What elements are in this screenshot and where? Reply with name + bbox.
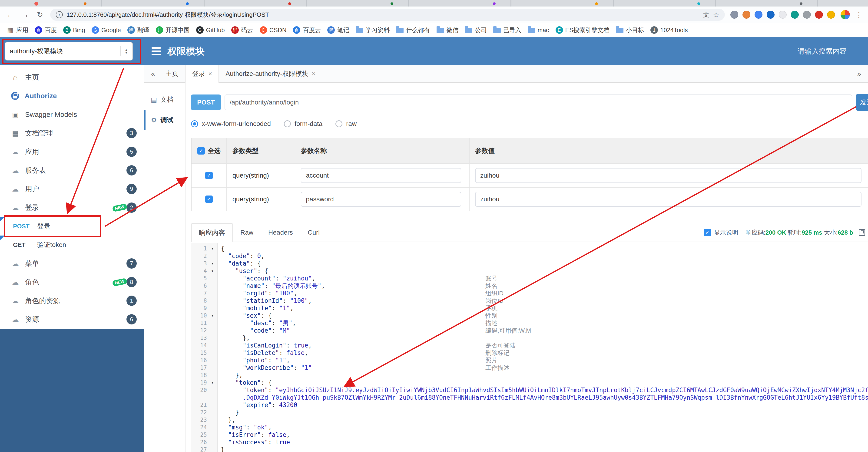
extension-icon[interactable] xyxy=(815,11,823,19)
response-tab[interactable]: Raw xyxy=(233,223,261,242)
bookmark-item[interactable]: 学 学习资料 xyxy=(356,26,390,34)
sidebar-item[interactable]: 菜单 7 xyxy=(0,254,144,273)
doc-tab[interactable]: 登录 × xyxy=(185,65,219,83)
sidebar-item[interactable]: 资源 6 xyxy=(0,310,144,329)
sidebar-item[interactable]: 服务表 6 xyxy=(0,161,144,180)
reload-icon[interactable]: ↻ xyxy=(35,10,44,19)
menu-toggle-icon[interactable] xyxy=(152,47,161,55)
bookmark-item[interactable]: C CSDN xyxy=(260,26,287,34)
bookmark-item[interactable]: m mac xyxy=(528,27,549,34)
content-type-option[interactable]: form-data xyxy=(284,120,322,128)
tabs-collapse-right-icon[interactable]: » xyxy=(853,70,865,78)
bookmark-item[interactable]: 应 应用 xyxy=(6,26,28,34)
fold-arrow-icon[interactable]: ▾ xyxy=(209,379,216,386)
bookmark-label: Bing xyxy=(73,27,85,34)
extension-icon[interactable] xyxy=(803,11,811,19)
bookmark-item[interactable]: 笔 笔记 xyxy=(327,26,349,34)
sidebar-item[interactable]: Authorize xyxy=(0,87,144,105)
show-desc-checkbox[interactable] xyxy=(704,229,711,236)
sidebar-api-item[interactable]: GET 验证token xyxy=(0,235,144,254)
param-name-input[interactable] xyxy=(301,168,461,183)
param-name-input[interactable] xyxy=(301,192,461,207)
bookmark-item[interactable]: 码 码云 xyxy=(231,26,253,34)
send-button[interactable]: 发送 xyxy=(856,94,868,111)
row-checkbox[interactable] xyxy=(205,172,213,179)
extension-icon[interactable] xyxy=(767,11,775,19)
browser-menu-icon[interactable]: ⋮ xyxy=(856,11,862,19)
extension-icon[interactable] xyxy=(779,11,787,19)
bookmark-item[interactable]: 开 开源中国 xyxy=(156,26,190,34)
bookmark-item[interactable]: 已 已导入 xyxy=(493,26,521,34)
extension-icon[interactable] xyxy=(827,11,835,19)
sidebar-api-item[interactable]: POST 登录 xyxy=(0,217,144,235)
bookmark-star-icon[interactable]: ☆ xyxy=(713,11,719,19)
line-number: 13 xyxy=(191,334,209,342)
bookmark-item[interactable]: E ES搜索引擎文档 xyxy=(556,26,610,34)
sidebar-item[interactable]: 用户 9 xyxy=(0,180,144,198)
bookmark-item[interactable]: 百 百度云 xyxy=(293,26,321,34)
extension-icon[interactable] xyxy=(742,11,750,19)
translate-icon[interactable]: 文 xyxy=(703,11,709,19)
back-icon[interactable]: ← xyxy=(6,10,15,19)
doc-nav-item[interactable]: 调试 xyxy=(144,110,185,130)
line-number: 27 xyxy=(191,446,209,452)
doc-tab[interactable]: Authorize-authority-权限模块 × xyxy=(219,65,322,83)
fold-arrow-icon xyxy=(209,305,216,312)
response-tab[interactable]: Headers xyxy=(261,223,300,242)
response-stat: 响应码: 200 OK xyxy=(746,229,786,237)
bookmark-favicon: 翻 xyxy=(127,26,135,34)
content-type-option[interactable]: x-www-form-urlencoded xyxy=(191,120,271,128)
profile-avatar[interactable] xyxy=(841,10,850,19)
sidebar-filler xyxy=(0,329,144,452)
tabs-collapse-left-icon[interactable]: « xyxy=(147,70,159,78)
response-tabs: 响应内容 Raw Headers Curl xyxy=(191,223,327,242)
api-path-input[interactable] xyxy=(224,94,852,110)
param-value-input[interactable] xyxy=(475,192,862,207)
sidebar-item[interactable]: 主页 xyxy=(0,68,144,87)
extension-icon[interactable] xyxy=(754,11,763,19)
fold-arrow-icon[interactable]: ▾ xyxy=(209,245,216,252)
fold-arrow-icon[interactable]: ▾ xyxy=(209,312,216,319)
response-code-editor[interactable]: 1▾{2 "code": 0,3▾ "data": {4▾ "user": {5… xyxy=(191,243,868,452)
response-tab[interactable]: 响应内容 xyxy=(191,223,233,242)
address-bar[interactable]: i 127.0.0.1:8760/api/gate/doc.html#/auth… xyxy=(50,9,725,21)
sidebar-item[interactable]: 角色的资源 1 xyxy=(0,291,144,310)
bookmark-item[interactable]: 小 小目标 xyxy=(616,26,644,34)
doc-tab[interactable]: 主页 xyxy=(159,65,185,83)
tab-close-icon[interactable]: × xyxy=(208,70,212,78)
bookmark-item[interactable]: G Google xyxy=(92,26,121,34)
tab-close-icon[interactable]: × xyxy=(312,70,315,78)
forward-icon[interactable]: → xyxy=(21,10,30,19)
content-type-option[interactable]: raw xyxy=(335,120,356,128)
bookmark-item[interactable]: 1 1024Tools xyxy=(650,26,688,34)
extension-icon[interactable] xyxy=(731,11,738,19)
window-close-button[interactable] xyxy=(34,2,38,6)
sidebar-item[interactable]: 应用 5 xyxy=(0,142,144,161)
row-checkbox[interactable] xyxy=(205,196,213,203)
bookmark-item[interactable]: 公 公司 xyxy=(465,26,487,34)
select-all-checkbox[interactable] xyxy=(197,147,205,154)
doc-nav-icon xyxy=(150,96,158,104)
fold-arrow-icon[interactable]: ▾ xyxy=(209,260,216,267)
param-value-input[interactable] xyxy=(475,168,862,183)
bookmark-item[interactable]: B Bing xyxy=(63,26,85,34)
response-tab[interactable]: Curl xyxy=(300,223,327,242)
sidebar-item[interactable]: 文档管理 3 xyxy=(0,124,144,142)
site-info-icon[interactable]: i xyxy=(56,11,63,18)
sidebar-item[interactable]: 登录 NEW 2 xyxy=(0,198,144,217)
page: ← → ↻ i 127.0.0.1:8760/api/gate/doc.html… xyxy=(0,0,868,452)
fullscreen-icon[interactable] xyxy=(859,229,865,236)
bookmark-item[interactable]: 什 什么都有 xyxy=(396,26,430,34)
doc-nav-item[interactable]: 文档 xyxy=(144,89,185,110)
bookmark-item[interactable]: 微 微信 xyxy=(437,26,458,34)
extension-icon[interactable] xyxy=(791,11,799,19)
sidebar-item[interactable]: Swagger Models xyxy=(0,105,144,124)
bookmark-item[interactable]: 翻 翻译 xyxy=(127,26,149,34)
bookmark-item[interactable]: 百 百度 xyxy=(35,26,57,34)
bookmark-item[interactable]: G GitHub xyxy=(196,26,225,34)
sidebar-item[interactable]: 角色 NEW 8 xyxy=(0,273,144,291)
fold-arrow-icon[interactable]: ▾ xyxy=(209,267,216,275)
search-input[interactable] xyxy=(745,47,847,56)
param-type: query(string) xyxy=(227,188,295,211)
service-select[interactable]: authority-权限模块 ▲▼ xyxy=(5,42,133,60)
